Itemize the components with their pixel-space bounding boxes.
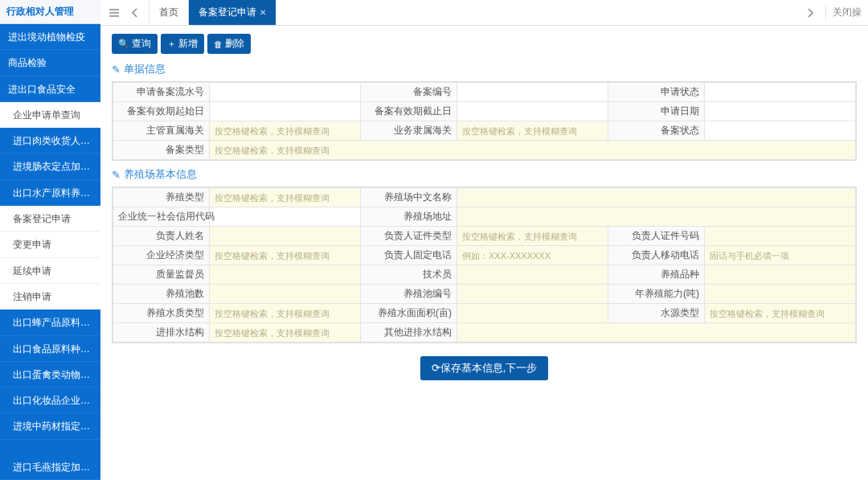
sidebar-title: 行政相对人管理 — [0, 0, 100, 24]
sidebar-item-extend[interactable]: 延续申请 — [0, 258, 100, 284]
label-pool-id: 养殖池编号 — [361, 285, 457, 304]
label-capacity: 年养殖能力(吨) — [608, 285, 705, 304]
field-id-no[interactable] — [705, 227, 856, 246]
label-apply-date: 申请日期 — [608, 102, 705, 121]
label-start-date: 备案有效期起始日 — [113, 102, 210, 121]
sidebar-item-birdnest[interactable]: 进口毛燕指定加工企业备案 — [0, 454, 100, 480]
label-record-status: 备案状态 — [608, 121, 705, 141]
section-title-doc: ✎ 单据信息 — [112, 62, 857, 76]
content-area: 🔍查询 ＋新增 🗑删除 ✎ 单据信息 申请备案流水号 备案编号 申请状态 — [100, 26, 868, 480]
label-id-no: 负责人证件号码 — [608, 227, 705, 246]
field-water-type[interactable] — [210, 304, 361, 323]
form-doc: 申请备案流水号 备案编号 申请状态 备案有效期起始日 备案有效期截止日 申请日期… — [112, 81, 857, 161]
field-pool-count[interactable] — [210, 285, 361, 304]
label-main-customs: 主管直属海关 — [113, 121, 210, 141]
field-pool-id[interactable] — [457, 285, 608, 304]
search-icon: 🔍 — [118, 39, 129, 49]
label-record-no: 备案编号 — [361, 83, 457, 102]
menu-toggle-icon[interactable] — [105, 4, 123, 22]
field-qc[interactable] — [210, 265, 361, 285]
tab-home-label: 首页 — [159, 6, 178, 19]
toolbar: 🔍查询 ＋新增 🗑删除 — [112, 34, 857, 54]
sidebar-item-food-safety[interactable]: 进出口食品安全 — [0, 76, 100, 102]
field-start-date[interactable] — [210, 102, 361, 121]
label-qc: 质量监督员 — [113, 265, 210, 285]
label-other-drain: 其他进排水结构 — [361, 323, 457, 343]
topbar: 首页 备案登记申请 ✕ 关闭操 — [100, 0, 868, 26]
field-water-area[interactable] — [457, 304, 608, 323]
field-end-date[interactable] — [457, 102, 608, 121]
field-species[interactable] — [705, 265, 856, 285]
field-record-type[interactable] — [210, 141, 856, 160]
label-tech: 技术员 — [361, 265, 457, 285]
section-title-farm: ✎ 养殖场基本信息 — [112, 167, 857, 182]
sidebar-item-quarantine[interactable]: 进出境动植物检疫 — [0, 24, 100, 50]
label-fixed-phone: 负责人固定电话 — [361, 246, 457, 265]
sidebar-item-medicine[interactable]: 进境中药材指定存放、加工 — [0, 413, 100, 439]
sidebar-item-change[interactable]: 变更申请 — [0, 232, 100, 257]
field-capacity[interactable] — [705, 285, 856, 304]
field-other-drain[interactable] — [457, 323, 856, 343]
field-main-customs[interactable] — [210, 121, 361, 141]
label-apply-status: 申请状态 — [608, 83, 705, 102]
form-farm: 养殖类型 养殖场中文名称 企业统一社会信用代码 养殖场地址 负责人姓名 负责人证… — [112, 187, 857, 343]
close-icon[interactable]: ✕ — [260, 8, 266, 17]
sidebar-item-casing[interactable]: 进境肠衣定点加工企业备案 — [0, 154, 100, 179]
refresh-icon: ⟳ — [432, 362, 440, 374]
tab-register[interactable]: 备案登记申请 ✕ — [189, 0, 276, 25]
sidebar-item-bee[interactable]: 出口蜂产品原料养殖场备案 — [0, 310, 100, 335]
field-farm-name[interactable] — [457, 188, 856, 207]
field-person-name[interactable] — [210, 227, 361, 246]
forward-icon[interactable] — [801, 4, 819, 22]
label-water-area: 养殖水面面积(亩) — [361, 304, 457, 323]
field-record-status[interactable] — [705, 121, 856, 141]
sidebar-item-cosmetic[interactable]: 出口化妆品企业备案 — [0, 388, 100, 413]
label-species: 养殖品种 — [608, 265, 705, 285]
label-biz-customs: 业务隶属海关 — [361, 121, 457, 141]
field-apply-status[interactable] — [705, 83, 856, 102]
label-farm-type: 养殖类型 — [113, 188, 210, 207]
label-id-type: 负责人证件类型 — [361, 227, 457, 246]
sidebar-item-cancel[interactable]: 注销申请 — [0, 284, 100, 310]
sidebar-item-meat[interactable]: 进口肉类收货人备案 — [0, 128, 100, 154]
label-pool-count: 养殖池数 — [113, 285, 210, 304]
edit-icon: ✎ — [112, 64, 121, 76]
sidebar-item-aquatic[interactable]: 出口水产原料养殖场备案 — [0, 180, 100, 206]
field-apply-date[interactable] — [705, 102, 856, 121]
field-id-type[interactable] — [457, 227, 608, 246]
field-serial[interactable] — [210, 83, 361, 102]
label-farm-name: 养殖场中文名称 — [361, 188, 457, 207]
label-record-type: 备案类型 — [113, 141, 210, 160]
label-person-name: 负责人姓名 — [113, 227, 210, 246]
field-drain[interactable] — [210, 323, 361, 343]
label-credit-code: 企业统一社会信用代码 — [113, 207, 210, 227]
field-record-no[interactable] — [457, 83, 608, 102]
field-econ-type[interactable] — [210, 246, 361, 265]
main-area: 首页 备案登记申请 ✕ 关闭操 🔍查询 ＋新增 🗑删除 — [100, 0, 868, 480]
sidebar-item-commodity[interactable]: 商品检验 — [0, 50, 100, 76]
search-button[interactable]: 🔍查询 — [112, 34, 158, 54]
back-icon[interactable] — [126, 4, 144, 22]
sidebar-item-register[interactable]: 备案登记申请 — [0, 206, 100, 232]
field-farm-type[interactable] — [210, 188, 361, 207]
save-next-button[interactable]: ⟳保存基本信息,下一步 — [420, 356, 549, 380]
sidebar-item-egg[interactable]: 出口蛋禽类动物源性食品养殖 — [0, 362, 100, 388]
close-ops-label[interactable]: 关闭操 — [833, 6, 862, 19]
field-biz-customs[interactable] — [457, 121, 608, 141]
sidebar-item-query[interactable]: 企业申请单查询 — [0, 102, 100, 128]
sidebar-item-plant[interactable]: 出口食品原料种植场备案业务 — [0, 336, 100, 362]
delete-button[interactable]: 🗑删除 — [207, 34, 251, 54]
field-credit-code[interactable] — [210, 207, 361, 227]
tab-home[interactable]: 首页 — [149, 0, 189, 25]
edit-icon: ✎ — [112, 169, 121, 181]
field-farm-addr[interactable] — [457, 207, 856, 227]
plus-icon: ＋ — [167, 38, 176, 50]
field-mobile[interactable] — [705, 246, 856, 265]
label-farm-addr: 养殖场地址 — [361, 207, 457, 227]
field-fixed-phone[interactable] — [457, 246, 608, 265]
field-tech[interactable] — [457, 265, 608, 285]
label-end-date: 备案有效期截止日 — [361, 102, 457, 121]
label-water-source: 水源类型 — [608, 304, 705, 323]
field-water-source[interactable] — [705, 304, 856, 323]
add-button[interactable]: ＋新增 — [161, 34, 204, 54]
